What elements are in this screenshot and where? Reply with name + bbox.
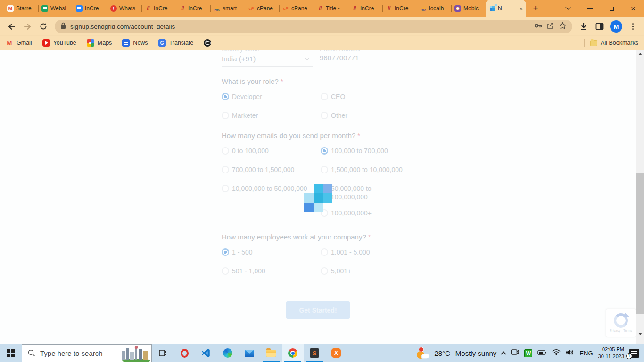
radio-icon[interactable] (222, 166, 229, 173)
taskbar-app-vscode[interactable] (195, 344, 217, 362)
browser-tab-active[interactable]: N× (486, 0, 526, 17)
radio-option[interactable]: 100,000,000+ (321, 209, 420, 228)
phone-number-input[interactable]: 9607700771 (320, 54, 359, 62)
tab-close-icon[interactable]: × (519, 6, 523, 12)
url-text[interactable]: signup.sendgrid.com/account_details (70, 23, 530, 30)
radio-option[interactable]: 501 - 1,000 (222, 267, 321, 286)
browser-tab[interactable]: cPcPane (279, 0, 314, 17)
restore-button[interactable] (601, 0, 622, 17)
download-icon[interactable] (576, 19, 591, 34)
radio-icon[interactable] (321, 166, 328, 173)
bookmark-gmail[interactable]: MGmail (6, 39, 32, 47)
recaptcha-links[interactable]: Privacy - Terms (610, 329, 632, 332)
radio-option[interactable]: 700,000 to 1,500,000 (222, 165, 321, 184)
weather-icon[interactable] (416, 347, 429, 360)
scroll-down-arrow[interactable] (636, 330, 644, 337)
browser-tab[interactable]: i!InCre (141, 0, 176, 17)
wampserver-icon[interactable]: W (524, 349, 532, 357)
scrollbar[interactable] (636, 50, 644, 344)
get-started-button[interactable]: Get Started! (286, 301, 350, 319)
bookmark-maps[interactable]: Maps (87, 39, 112, 47)
browser-tab[interactable]: i!InCre (176, 0, 210, 17)
task-view-button[interactable] (152, 344, 173, 362)
language-indicator[interactable]: ENG (579, 350, 593, 357)
browser-tab[interactable]: i!InCre (382, 0, 417, 17)
radio-icon[interactable] (321, 93, 328, 100)
radio-option[interactable]: 100,000 to 700,000 (321, 147, 420, 165)
browser-tab[interactable]: MStarre (4, 0, 38, 17)
bookmark-news[interactable]: News (122, 39, 148, 47)
start-button[interactable] (0, 344, 22, 362)
hidden-icons-chevron[interactable] (501, 351, 506, 356)
radio-option[interactable]: 1,001 - 5,000 (321, 248, 420, 267)
scrollbar-thumb[interactable] (636, 173, 644, 314)
all-bookmarks-button[interactable]: All Bookmarks (590, 40, 638, 46)
scroll-up-arrow[interactable] (636, 50, 644, 58)
profile-avatar[interactable]: M (610, 20, 622, 33)
password-key-icon[interactable] (534, 22, 542, 32)
taskbar-app-file-explorer[interactable] (260, 344, 282, 362)
bookmark-globe[interactable] (204, 39, 211, 47)
radio-icon[interactable] (321, 267, 328, 275)
radio-option[interactable]: Other (321, 111, 420, 130)
menu-kebab-icon[interactable] (625, 19, 640, 34)
radio-option[interactable]: Marketer (222, 111, 321, 130)
radio-option[interactable]: CEO (321, 92, 420, 111)
browser-tab[interactable]: i!Title - (314, 0, 348, 17)
radio-option[interactable]: 1,500,000 to 10,000,000 (321, 165, 420, 184)
meet-now-icon[interactable] (511, 348, 519, 358)
browser-tab[interactable]: PMAlocalh (417, 0, 451, 17)
radio-selected-icon[interactable] (222, 248, 229, 256)
reload-icon[interactable] (36, 19, 51, 34)
taskbar-app-opera[interactable] (173, 344, 195, 362)
taskbar-search-box[interactable]: Type here to search (22, 344, 152, 362)
browser-tab[interactable]: Websi (38, 0, 73, 17)
weather-condition[interactable]: Mostly sunny (455, 349, 497, 357)
volume-icon[interactable] (566, 349, 574, 358)
radio-selected-icon[interactable] (222, 93, 229, 100)
battery-icon[interactable] (537, 349, 547, 357)
browser-tab[interactable]: Mobic (451, 0, 486, 17)
browser-tab[interactable]: InCre (73, 0, 107, 17)
radio-icon[interactable] (321, 248, 328, 256)
recaptcha-badge[interactable]: Privacy - Terms (606, 309, 636, 337)
radio-option[interactable]: 50,000,000 to 100,000,000 (321, 184, 420, 209)
radio-icon[interactable] (222, 112, 229, 119)
browser-tab[interactable]: !Whats (107, 0, 141, 17)
back-icon[interactable] (4, 19, 19, 34)
forward-icon[interactable] (20, 19, 35, 34)
radio-option[interactable]: Developer (222, 92, 321, 111)
radio-option[interactable]: 1 - 500 (222, 248, 321, 267)
minimize-button[interactable] (579, 0, 601, 17)
side-panel-icon[interactable] (592, 19, 607, 34)
weather-temperature[interactable]: 28°C (434, 349, 450, 357)
chevron-down-icon[interactable] (305, 56, 310, 61)
taskbar-app-sublime[interactable]: S (304, 344, 325, 362)
taskbar-app-edge[interactable] (217, 344, 239, 362)
browser-tab[interactable]: cPcPane (245, 0, 279, 17)
share-icon[interactable] (546, 22, 554, 32)
taskbar-clock[interactable]: 02:05 PM 30-11-2023 (598, 346, 624, 360)
taskbar-app-chrome[interactable] (282, 344, 304, 362)
taskbar-app-mail[interactable] (239, 344, 260, 362)
browser-tab[interactable]: i!InCre (348, 0, 382, 17)
address-bar[interactable]: signup.sendgrid.com/account_details (55, 20, 572, 33)
radio-option[interactable]: 5,001+ (321, 267, 420, 286)
bookmark-translate[interactable]: GTranslate (158, 39, 194, 47)
browser-tab[interactable]: PMAsmart (210, 0, 245, 17)
radio-icon[interactable] (321, 112, 328, 119)
notification-center-icon[interactable]: 1 (629, 349, 639, 358)
radio-option[interactable]: 0 to 100,000 (222, 147, 321, 165)
lock-icon[interactable] (60, 22, 66, 31)
close-button[interactable]: × (622, 0, 644, 17)
country-code-select[interactable]: India (+91) (222, 55, 256, 63)
radio-icon[interactable] (222, 147, 229, 155)
radio-icon[interactable] (222, 185, 229, 192)
taskbar-app-xampp[interactable]: X (325, 344, 347, 362)
radio-icon[interactable] (222, 267, 229, 275)
radio-selected-icon[interactable] (321, 147, 328, 155)
bookmark-star-icon[interactable] (559, 22, 567, 32)
wifi-icon[interactable] (552, 349, 561, 357)
bookmark-youtube[interactable]: YouTube (42, 39, 76, 47)
tab-search-icon[interactable] (557, 0, 579, 17)
